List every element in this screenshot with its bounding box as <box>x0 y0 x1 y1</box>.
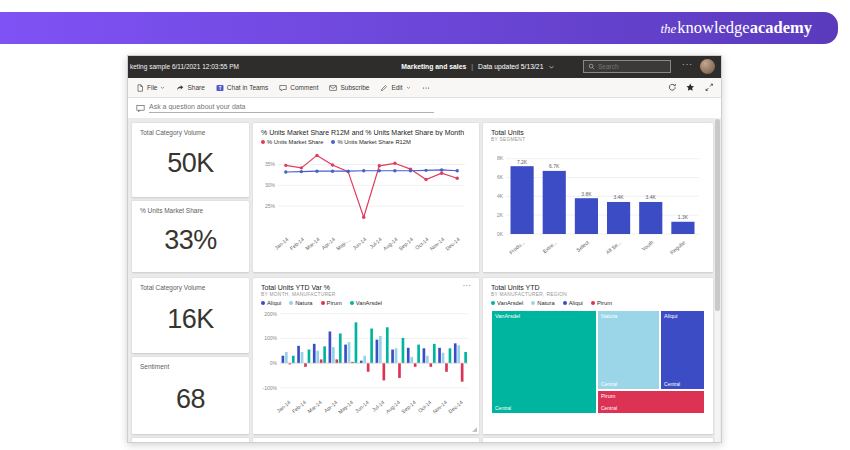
menu-item-file[interactable]: File <box>136 84 165 92</box>
menu-item-label: Chat in Teams <box>227 84 268 91</box>
scrollbar-track[interactable] <box>715 118 720 442</box>
favorite-icon[interactable] <box>686 83 695 92</box>
svg-text:Regular: Regular <box>669 239 687 255</box>
chevron-down-icon[interactable] <box>548 64 554 70</box>
search-input[interactable] <box>598 63 666 70</box>
teams-icon: T <box>216 84 224 92</box>
legend-label: Natura <box>537 300 554 306</box>
legend-dot <box>321 301 325 305</box>
chart-title: Total Units YTD Var % <box>261 284 471 291</box>
partial-tile <box>483 438 713 442</box>
treemap-block-natura[interactable]: NaturaCentral <box>597 310 660 390</box>
menu-item-label: Edit <box>391 84 402 91</box>
legend-item-pirum[interactable]: Pirum <box>591 300 612 306</box>
svg-text:Nov-14: Nov-14 <box>431 399 448 414</box>
legend-dot <box>591 301 595 305</box>
treemap-block-aliqui[interactable]: AliquiCentral <box>660 310 705 390</box>
scrollbar-thumb[interactable] <box>715 119 720 311</box>
tile-resize-handle[interactable] <box>472 427 477 432</box>
kpi-value: 16K <box>140 291 241 347</box>
kpi-tile-sentiment[interactable]: Sentiment 68 <box>132 357 249 434</box>
treemap-block-label: Pirum <box>601 393 615 399</box>
svg-text:2K: 2K <box>497 212 504 218</box>
treemap-block-label: Natura <box>601 313 618 319</box>
treemap-tile[interactable]: Total Units YTD BY MANUFACTURER, REGION … <box>483 278 713 434</box>
chart-title: Total Units YTD <box>491 284 705 291</box>
search-box[interactable] <box>583 60 671 73</box>
qna-bubble-icon <box>136 104 145 113</box>
treemap-block-pirum[interactable]: PirumCentral <box>597 390 705 414</box>
chart-subtitle: BY MONTH, MANUFACTURER <box>261 292 471 297</box>
menubar-right-icons <box>668 83 714 92</box>
treemap-block-label: VanArsdel <box>495 313 520 319</box>
legend-item-aliqui[interactable]: Aliqui <box>563 300 583 306</box>
market-share-line-chart: 25%30%35%Jan-14Feb-14Mar-14Apr-14May-…Ju… <box>261 145 471 257</box>
powerbi-dashboard: keting sample 6/11/2021 12:03:55 PM Mark… <box>127 55 722 443</box>
qna-input[interactable] <box>149 103 434 113</box>
legend-item-vanarsdel[interactable]: VanArsdel <box>491 300 523 306</box>
svg-text:3.4K: 3.4K <box>646 194 657 200</box>
kpi-tile-total-category-volume-2[interactable]: Total Category Volume 16K <box>132 278 249 353</box>
logo-knowledge: knowledge <box>677 18 749 37</box>
partial-tile <box>132 438 249 442</box>
treemap-region-label: Central <box>664 381 680 387</box>
svg-text:Aug-14: Aug-14 <box>384 399 401 414</box>
legend-dot <box>491 301 495 305</box>
svg-text:Extre...: Extre... <box>541 239 557 254</box>
svg-text:3.8K: 3.8K <box>581 191 592 197</box>
legend-dot <box>261 140 265 144</box>
svg-text:6K: 6K <box>497 174 504 180</box>
kpi-label: % Units Market Share <box>140 207 241 214</box>
logo-the: the <box>660 21 676 36</box>
menu-item-label: Share <box>187 84 204 91</box>
topbar-more-button[interactable]: ··· <box>682 60 693 69</box>
avatar[interactable] <box>700 59 715 74</box>
menu-item-more[interactable] <box>422 84 430 92</box>
line-chart-tile[interactable]: % Units Market Share R12M and % Units Ma… <box>253 123 479 272</box>
svg-text:Feb-14: Feb-14 <box>291 399 308 414</box>
subscribe-icon <box>329 84 337 92</box>
chevron-down-icon <box>160 85 165 90</box>
comment-icon <box>279 84 287 92</box>
brand-header-band: theknowledgeacademy <box>0 12 838 44</box>
svg-text:-100%: -100% <box>263 385 278 391</box>
grouped-bar-chart-tile[interactable]: ⋯ Total Units YTD Var % BY MONTH, MANUFA… <box>253 278 479 434</box>
share-icon <box>176 84 184 92</box>
legend-item-natura[interactable]: Natura <box>531 300 554 306</box>
menu-item-label: Subscribe <box>340 84 369 91</box>
svg-text:Mar-14: Mar-14 <box>304 236 321 251</box>
menu-item-subscribe[interactable]: Subscribe <box>329 84 369 92</box>
tile-more-button[interactable]: ⋯ <box>463 281 472 290</box>
treemap-block-vanarsdel[interactable]: VanArsdelCentral <box>491 310 597 414</box>
expand-icon[interactable] <box>705 83 714 92</box>
menu-item-edit[interactable]: Edit <box>380 84 410 92</box>
svg-text:30%: 30% <box>265 182 276 188</box>
kpi-tile-units-market-share[interactable]: % Units Market Share 33% <box>132 201 249 272</box>
edit-icon <box>380 84 388 92</box>
treemap-block-label: Aliqui <box>664 313 677 319</box>
refresh-icon[interactable] <box>668 83 677 92</box>
svg-text:Feb-14: Feb-14 <box>289 236 306 251</box>
svg-text:Jul-14: Jul-14 <box>371 399 386 413</box>
legend-dot <box>331 140 335 144</box>
chart-title: Total Units <box>491 129 705 136</box>
data-updated-label[interactable]: Data updated 5/13/21 <box>478 63 543 70</box>
menu-item-comment[interactable]: Comment <box>279 84 318 92</box>
kpi-value: 50K <box>140 136 241 191</box>
svg-text:T: T <box>218 85 221 90</box>
treemap-region-label: Central <box>601 381 617 387</box>
bar-chart-tile[interactable]: Total Units BY SEGMENT 0K2K4K6K8K7.2K6.7… <box>483 123 713 272</box>
menu-item-share[interactable]: Share <box>176 84 204 92</box>
legend-dot <box>531 301 535 305</box>
svg-text:Jun-14: Jun-14 <box>351 236 367 251</box>
svg-text:Aug-14: Aug-14 <box>382 236 399 251</box>
dashboard-menubar: FileShareTChat in TeamsCommentSubscribeE… <box>128 78 721 98</box>
menu-item-chat-in-teams[interactable]: TChat in Teams <box>216 84 268 92</box>
dashboard-canvas: Total Category Volume 50K % Units Market… <box>128 118 721 442</box>
ytd-treemap: VanArsdelCentralNaturaCentralAliquiCentr… <box>491 310 705 414</box>
menu-item-label: Comment <box>290 84 318 91</box>
kpi-tile-total-category-volume-1[interactable]: Total Category Volume 50K <box>132 123 249 197</box>
kpi-value: 33% <box>140 214 241 266</box>
dashboard-title[interactable]: Marketing and sales <box>401 63 466 70</box>
treemap-region-label: Central <box>601 405 617 411</box>
